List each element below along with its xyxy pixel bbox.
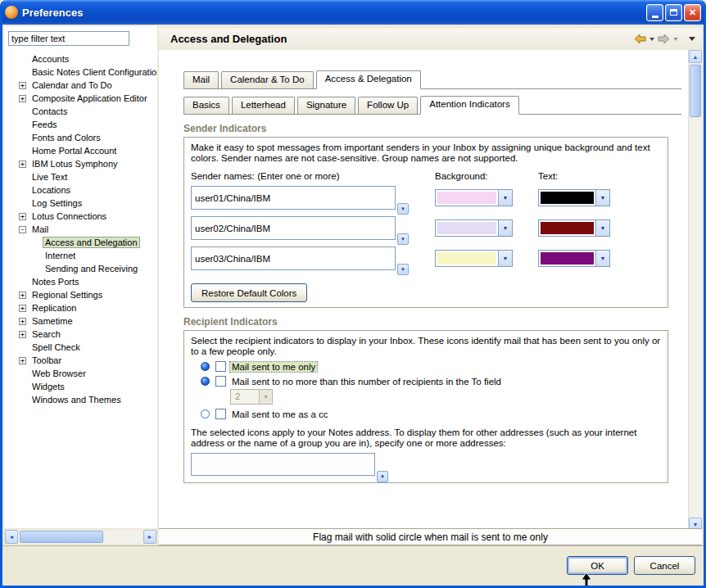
- tree-item-notes-ports[interactable]: Notes Ports: [19, 275, 157, 288]
- tree-item-basic-notes-client-configuration[interactable]: Basic Notes Client Configuration: [19, 66, 157, 79]
- restore-default-colors-button[interactable]: Restore Default Colors: [191, 283, 307, 302]
- vertical-scroll-track[interactable]: [689, 119, 702, 518]
- tree-item-feeds[interactable]: Feeds: [19, 118, 157, 131]
- background-color-dropdown-icon[interactable]: ▼: [498, 220, 512, 236]
- tree-item-contacts[interactable]: Contacts: [19, 105, 157, 118]
- expand-plus-icon[interactable]: +: [19, 161, 26, 168]
- background-color-combo[interactable]: ▼: [435, 219, 513, 237]
- tree-item-spell-check[interactable]: Spell Check: [19, 341, 157, 354]
- expand-plus-icon[interactable]: +: [19, 292, 26, 299]
- tab-attention-indicators[interactable]: Attention Indicators: [420, 96, 518, 115]
- tab-basics[interactable]: Basics: [183, 97, 229, 114]
- outline-circle-icon: [201, 409, 210, 418]
- tab-calendar-to-do[interactable]: Calendar & To Do: [221, 71, 314, 88]
- expand-plus-icon[interactable]: +: [19, 95, 26, 102]
- text-color-combo[interactable]: ▼: [538, 250, 610, 267]
- text-color-combo[interactable]: ▼: [538, 219, 610, 237]
- sender-name-dropdown-button[interactable]: ▼: [397, 233, 409, 245]
- recipient-option: Mail sent to me as a cc: [191, 409, 661, 419]
- sidebar-horizontal-scrollbar[interactable]: ◄ ►: [5, 530, 156, 544]
- text-color-dropdown-icon[interactable]: ▼: [595, 220, 609, 236]
- cancel-button[interactable]: Cancel: [634, 556, 695, 575]
- back-icon[interactable]: [633, 34, 647, 44]
- expand-plus-icon[interactable]: +: [19, 82, 26, 89]
- tree-item-regional-settings[interactable]: +Regional Settings: [19, 288, 157, 301]
- expand-plus-icon[interactable]: +: [19, 305, 26, 312]
- tree-item-access-and-delegation[interactable]: Access and Delegation: [19, 236, 157, 249]
- content-vertical-scrollbar[interactable]: ▲ ▼: [688, 50, 702, 531]
- forward-history-dropdown-icon[interactable]: [673, 38, 678, 41]
- recipient-option-checkbox[interactable]: [215, 409, 226, 419]
- solid-circle-icon: [201, 362, 210, 371]
- tree-item-internet[interactable]: Internet: [19, 249, 157, 262]
- background-color-dropdown-icon[interactable]: ▼: [498, 190, 512, 206]
- scroll-up-button[interactable]: ▲: [689, 50, 702, 63]
- sender-name-input[interactable]: [191, 186, 396, 210]
- maximize-button[interactable]: [665, 4, 682, 21]
- tree-item-windows-and-themes[interactable]: Windows and Themes: [19, 393, 157, 406]
- tree-item-widgets[interactable]: Widgets: [19, 380, 157, 393]
- background-color-swatch: [437, 222, 496, 234]
- horizontal-scroll-track[interactable]: [105, 530, 143, 544]
- tab-access-delegation[interactable]: Access & Delegation: [316, 70, 421, 89]
- horizontal-scroll-thumb[interactable]: [20, 531, 103, 543]
- close-button[interactable]: ✕: [684, 4, 701, 21]
- other-addresses-input[interactable]: [191, 453, 375, 476]
- tab-signature[interactable]: Signature: [297, 97, 355, 114]
- tab-letterhead[interactable]: Letterhead: [232, 97, 295, 114]
- sender-name-dropdown-button[interactable]: ▼: [397, 203, 409, 215]
- tree-item-home-portal-account[interactable]: Home Portal Account: [19, 144, 157, 157]
- recipient-indicators-description: Select the recipient indicators to displ…: [191, 336, 661, 357]
- tree-item-sending-and-receiving[interactable]: Sending and Receiving: [19, 262, 157, 275]
- back-history-dropdown-icon[interactable]: [649, 38, 654, 41]
- ok-button[interactable]: OK: [567, 556, 628, 575]
- tree-item-fonts-and-colors[interactable]: Fonts and Colors: [19, 131, 157, 144]
- filter-input[interactable]: [8, 31, 129, 46]
- text-color-dropdown-icon[interactable]: ▼: [595, 190, 609, 206]
- sender-name-input[interactable]: [191, 247, 396, 270]
- expand-plus-icon[interactable]: +: [19, 331, 26, 338]
- tree-item-locations[interactable]: Locations: [19, 183, 157, 197]
- tree-item-search[interactable]: +Search: [19, 328, 157, 341]
- tab-mail[interactable]: Mail: [183, 71, 219, 88]
- collapse-minus-icon[interactable]: -: [19, 226, 26, 233]
- preferences-tree: AccountsBasic Notes Client Configuration…: [4, 52, 157, 511]
- tree-item-log-settings[interactable]: Log Settings: [19, 197, 157, 210]
- text-color-combo[interactable]: ▼: [538, 189, 610, 206]
- other-addresses-dropdown-button[interactable]: ▼: [377, 471, 388, 482]
- recipient-option-checkbox[interactable]: [215, 361, 226, 372]
- background-color-dropdown-icon[interactable]: ▼: [498, 251, 512, 266]
- tree-item-label: Regional Settings: [30, 290, 104, 300]
- tree-item-composite-application-editor[interactable]: +Composite Application Editor: [19, 92, 157, 105]
- tree-item-toolbar[interactable]: +Toolbar: [19, 354, 157, 367]
- tree-item-sametime[interactable]: +Sametime: [19, 314, 157, 328]
- scroll-right-button[interactable]: ►: [143, 530, 156, 544]
- titlebar[interactable]: Preferences ✕: [0, 0, 706, 25]
- sender-name-dropdown-button[interactable]: ▼: [397, 264, 409, 275]
- expand-plus-icon[interactable]: +: [19, 357, 26, 364]
- tree-item-live-text[interactable]: Live Text: [19, 170, 157, 183]
- expand-plus-icon[interactable]: +: [19, 318, 26, 325]
- background-color-combo[interactable]: ▼: [435, 250, 513, 267]
- recipient-options: Mail sent to me onlyMail sent to no more…: [191, 361, 661, 419]
- tree-item-replication[interactable]: +Replication: [19, 301, 157, 314]
- forward-icon[interactable]: [657, 34, 671, 44]
- tree-item-mail[interactable]: -Mail: [19, 223, 157, 236]
- vertical-scroll-thumb[interactable]: [690, 65, 701, 117]
- sender-name-input[interactable]: [191, 216, 396, 240]
- minimize-button[interactable]: [646, 4, 663, 21]
- tree-item-lotus-connections[interactable]: +Lotus Connections: [19, 210, 157, 223]
- scroll-left-button[interactable]: ◄: [5, 530, 18, 544]
- text-color-dropdown-icon[interactable]: ▼: [595, 251, 609, 266]
- tree-item-calendar-and-to-do[interactable]: +Calendar and To Do: [19, 79, 157, 92]
- sender-indicators-description: Make it easy to spot messages from impor…: [191, 142, 661, 164]
- view-menu-icon[interactable]: [689, 37, 695, 41]
- expand-plus-icon[interactable]: +: [19, 213, 26, 220]
- tree-item-web-browser[interactable]: Web Browser: [19, 367, 157, 380]
- tree-item-ibm-lotus-symphony[interactable]: +IBM Lotus Symphony: [19, 157, 157, 170]
- recipient-option-checkbox[interactable]: [215, 376, 226, 387]
- tab-follow-up[interactable]: Follow Up: [358, 97, 418, 114]
- background-color-combo[interactable]: ▼: [435, 189, 513, 206]
- tree-item-label: Web Browser: [30, 369, 88, 378]
- tree-item-accounts[interactable]: Accounts: [19, 52, 157, 66]
